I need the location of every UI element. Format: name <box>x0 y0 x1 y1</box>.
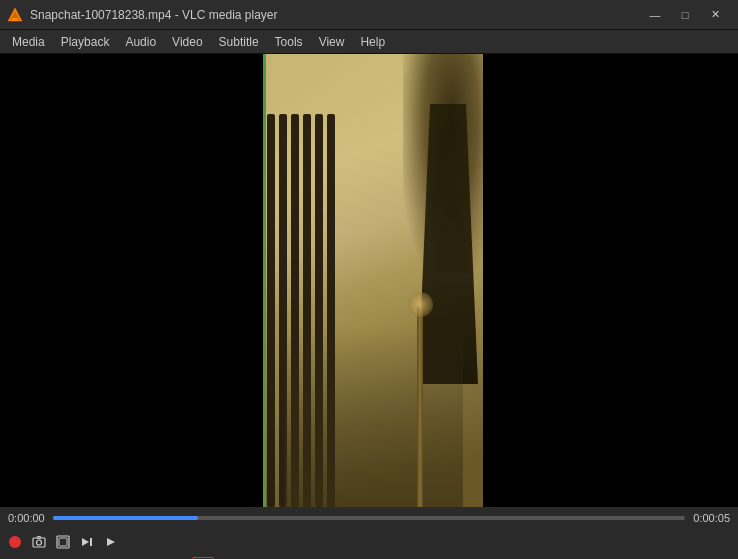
video-black-right <box>483 54 738 507</box>
lamp-light <box>408 292 433 317</box>
svg-point-3 <box>9 536 21 548</box>
menu-playback[interactable]: Playback <box>53 31 118 53</box>
controls-row2: 60% <box>4 555 734 559</box>
controls-left <box>4 555 214 559</box>
play-button[interactable] <box>4 555 30 559</box>
menu-bar: Media Playback Audio Video Subtitle Tool… <box>0 30 738 54</box>
loop-small-button[interactable] <box>52 531 74 553</box>
menu-subtitle[interactable]: Subtitle <box>211 31 267 53</box>
svg-rect-2 <box>12 18 18 21</box>
menu-help[interactable]: Help <box>352 31 393 53</box>
close-button[interactable]: ✕ <box>700 4 730 26</box>
video-center <box>265 54 483 507</box>
video-area[interactable] <box>0 54 738 507</box>
extra-play-button[interactable] <box>100 531 122 553</box>
menu-media[interactable]: Media <box>4 31 53 53</box>
title-bar-controls: — □ ✕ <box>640 4 730 26</box>
title-bar-left: Snapchat-100718238.mp4 - VLC media playe… <box>6 6 278 24</box>
road <box>285 327 463 507</box>
gate-bar <box>267 114 275 507</box>
svg-rect-4 <box>33 538 45 547</box>
menu-audio[interactable]: Audio <box>117 31 164 53</box>
record-button[interactable] <box>4 531 26 553</box>
svg-rect-8 <box>59 538 67 546</box>
lamp-post <box>417 307 423 507</box>
next-frame-button[interactable] <box>76 531 98 553</box>
controls-area: 60% <box>0 529 738 559</box>
video-content <box>0 54 738 507</box>
menu-view[interactable]: View <box>311 31 353 53</box>
svg-rect-10 <box>90 538 92 546</box>
progress-track[interactable] <box>53 516 686 520</box>
title-bar: Snapchat-100718238.mp4 - VLC media playe… <box>0 0 738 30</box>
maximize-button[interactable]: □ <box>670 4 700 26</box>
green-border-line <box>263 54 266 507</box>
menu-tools[interactable]: Tools <box>267 31 311 53</box>
vlc-icon <box>6 6 24 24</box>
svg-marker-11 <box>107 538 115 546</box>
video-black-left <box>0 54 265 507</box>
time-right: 0:00:05 <box>693 512 730 524</box>
controls-row1 <box>4 531 734 553</box>
title-text: Snapchat-100718238.mp4 - VLC media playe… <box>30 8 278 22</box>
menu-video[interactable]: Video <box>164 31 210 53</box>
progress-area: 0:00:00 0:00:05 <box>0 507 738 529</box>
progress-fill <box>53 516 198 520</box>
svg-marker-9 <box>82 538 89 546</box>
minimize-button[interactable]: — <box>640 4 670 26</box>
time-left: 0:00:00 <box>8 512 45 524</box>
svg-point-5 <box>37 540 42 545</box>
snapshot-button[interactable] <box>28 531 50 553</box>
